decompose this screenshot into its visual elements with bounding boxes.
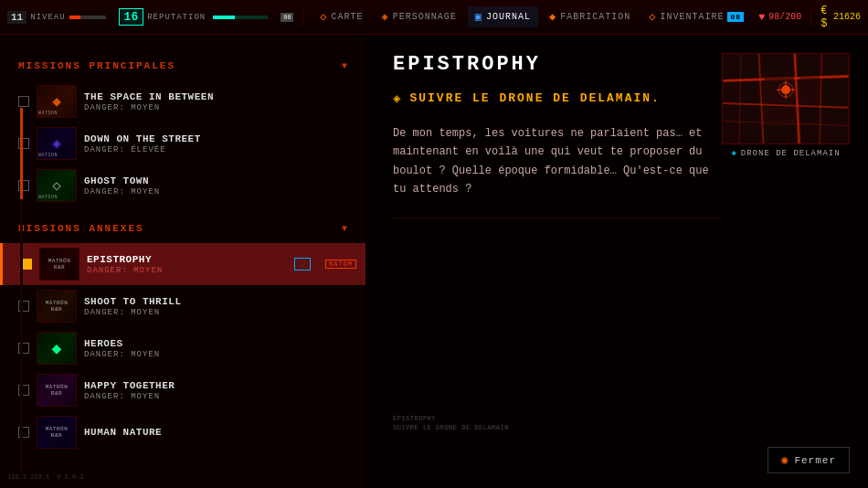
content-panel: ◈ DRONE DE DELAMAIN EPISTROPHY ◈ SUIVRE … [365, 35, 868, 488]
thumb-ghost-icon: ◇ [52, 176, 61, 195]
nav-label-fabrication: FABRICATION [560, 12, 630, 22]
svg-rect-9 [800, 77, 820, 101]
mission-info-down: DOWN ON THE STREET DANGER: ÉLEVÉE [84, 133, 356, 154]
nav-divider-1 [302, 8, 303, 27]
mission-info-epistrophy: EPISTROPHY DANGER: MOYEN [87, 254, 318, 275]
nav-badge-left: 00 [281, 13, 293, 22]
nav-item-carte[interactable]: ◇ CARTE [312, 6, 370, 27]
coords-display: 102.3 213.5 [7, 473, 49, 481]
mission-name-shoot: SHOOT TO THRILL [84, 296, 356, 307]
mission-item-ghost[interactable]: ◇ WATSON GHOST TOWN DANGER: MOYEN [0, 164, 365, 207]
map-label-text: DRONE DE DELAMAIN [741, 149, 841, 158]
mission-name-down: DOWN ON THE STREET [84, 133, 356, 144]
nav-item-journal[interactable]: ▣ JOURNAL [468, 6, 538, 27]
thumb-down-icon: ◈ [52, 134, 61, 153]
mission-item-epistrophy[interactable]: MATRÓNR&R EPISTROPHY DANGER: MOYEN … NAT… [0, 243, 365, 285]
main-missions-title: MISSIONS PRINCIPALES [18, 60, 175, 71]
mission-danger-heroes: DANGER: MOYEN [84, 350, 356, 359]
mission-description: De mon temps, les voitures ne parlaient … [393, 124, 722, 199]
map-image [722, 53, 850, 144]
mission-danger-shoot: DANGER: MOYEN [84, 308, 356, 317]
mission-info-ghost: GHOST TOWN DANGER: MOYEN [84, 175, 356, 196]
personnage-icon: ◈ [381, 10, 388, 24]
money-icon: €$ [820, 5, 830, 30]
close-button-icon: ◉ [781, 453, 789, 467]
mission-item-down[interactable]: ◈ WATSON DOWN ON THE STREET DANGER: ÉLEV… [0, 122, 365, 164]
small-print-2: SUIVRE LE DRONE DE DELAMAIN [393, 424, 509, 433]
nav-item-personnage[interactable]: ◈ PERSONNAGE [374, 6, 463, 27]
mission-name-ghost: GHOST TOWN [84, 175, 356, 186]
money-display: €$ 21626 [820, 5, 861, 30]
side-missions-title: MISSIONS ANNEXES [18, 223, 144, 234]
map-container: ◈ DRONE DE DELAMAIN [722, 53, 850, 158]
nav-label-carte: CARTE [331, 12, 363, 22]
health-value: 98/200 [768, 12, 801, 22]
carte-icon: ◇ [320, 10, 327, 24]
nav-item-inventaire[interactable]: ◇ INVENTAIRE 08 [641, 6, 751, 27]
level-number: 11 [7, 11, 26, 24]
mission-info-heroes: HEROES DANGER: MOYEN [84, 338, 356, 359]
mission-info-human: HUMAN NATURE [84, 427, 356, 438]
nav-item-fabrication[interactable]: ◆ FABRICATION [542, 6, 638, 27]
mission-checkbox-space [18, 96, 29, 107]
mission-name-space: THE SPACE IN BETWEEN [84, 91, 356, 102]
mission-name-human: HUMAN NATURE [84, 427, 356, 438]
content-separator [393, 217, 722, 218]
thumb-star-icon: ◆ [52, 338, 62, 358]
nav-label-inventaire: INVENTAIRE [660, 12, 724, 22]
rep-number: 16 [119, 8, 144, 26]
mission-info-shoot: SHOOT TO THRILL DANGER: MOYEN [84, 296, 356, 317]
mission-item-space[interactable]: ◆ WATSON THE SPACE IN BETWEEN DANGER: MO… [0, 80, 365, 122]
mission-thumb-shoot: MATRÓNR&R [37, 290, 77, 323]
mission-name-happy: HAPPY TOGETHER [84, 380, 356, 391]
bottom-info: 102.3 213.5 V 1.0.2 [7, 473, 84, 481]
sidebar-scrollbar[interactable] [20, 108, 23, 473]
nav-label-personnage: PERSONNAGE [393, 12, 457, 22]
mission-thumb-happy: MATRÓNR&R [37, 374, 77, 407]
main-area: MISSIONS PRINCIPALES ▼ ◆ WATSON THE SPAC… [0, 35, 868, 488]
mission-thumb-heroes: ◆ [37, 332, 77, 365]
inventaire-icon: ◇ [649, 10, 656, 24]
mission-danger-happy: DANGER: MOYEN [84, 392, 356, 401]
level-label: NIVEAU [30, 13, 65, 22]
level-bar [69, 16, 106, 19]
small-print: EPISTROPHY SUIVRE LE DRONE DE DELAMAIN [393, 415, 509, 433]
close-button[interactable]: ◉ Fermer [767, 447, 850, 473]
version-display: V 1.0.2 [57, 473, 83, 481]
health-display: ♥ 98/200 [758, 11, 801, 24]
mission-danger-down: DANGER: ÉLEVÉE [84, 145, 356, 154]
side-missions-header[interactable]: MISSIONS ANNEXES ▼ [0, 217, 365, 239]
mission-item-shoot[interactable]: MATRÓNR&R SHOOT TO THRILL DANGER: MOYEN [0, 285, 365, 327]
mission-item-happy[interactable]: MATRÓNR&R HAPPY TOGETHER DANGER: MOYEN [0, 369, 365, 411]
rep-label: RÉPUTATION [147, 13, 206, 22]
rep-bar [213, 16, 268, 19]
map-label: ◈ DRONE DE DELAMAIN [722, 148, 850, 158]
svg-rect-10 [764, 109, 793, 125]
thumb-diamond-icon: ◆ [52, 92, 61, 111]
section-separator [0, 207, 365, 214]
mission-thumb-epistrophy: MATRÓNR&R [39, 248, 79, 281]
objective-icon: ◈ [393, 90, 400, 106]
mission-danger-epistrophy: DANGER: MOYEN [87, 266, 318, 275]
mission-name-epistrophy: EPISTROPHY [87, 254, 318, 265]
main-missions-header[interactable]: MISSIONS PRINCIPALES ▼ [0, 55, 365, 77]
mission-item-heroes[interactable]: ◆ HEROES DANGER: MOYEN [0, 327, 365, 369]
inventaire-badge: 08 [727, 12, 744, 22]
objective-text: SUIVRE LE DRONE DE DELAMAIN. [409, 91, 660, 105]
svg-point-11 [781, 85, 790, 94]
fabrication-icon: ◆ [549, 10, 556, 24]
mission-thumb-space: ◆ WATSON [37, 85, 77, 118]
map-svg [723, 54, 849, 143]
mission-info-space: THE SPACE IN BETWEEN DANGER: MOYEN [84, 91, 356, 112]
mission-danger-space: DANGER: MOYEN [84, 103, 356, 112]
rep-bar-fill [213, 16, 235, 19]
mission-thumb-ghost: ◇ WATSON [37, 169, 77, 202]
topbar: 11 NIVEAU 16 RÉPUTATION 00 ◇ CARTE ◈ PER… [0, 0, 868, 35]
mission-thumb-human: MATRÓNR&R [37, 416, 77, 449]
side-missions-arrow: ▼ [342, 224, 347, 234]
mission-item-human[interactable]: MATRÓNR&R HUMAN NATURE [0, 411, 365, 453]
scrollbar-thumb [20, 108, 23, 199]
mission-danger-ghost: DANGER: MOYEN [84, 187, 356, 196]
journal-icon: ▣ [475, 10, 482, 24]
sidebar: MISSIONS PRINCIPALES ▼ ◆ WATSON THE SPAC… [0, 35, 365, 488]
